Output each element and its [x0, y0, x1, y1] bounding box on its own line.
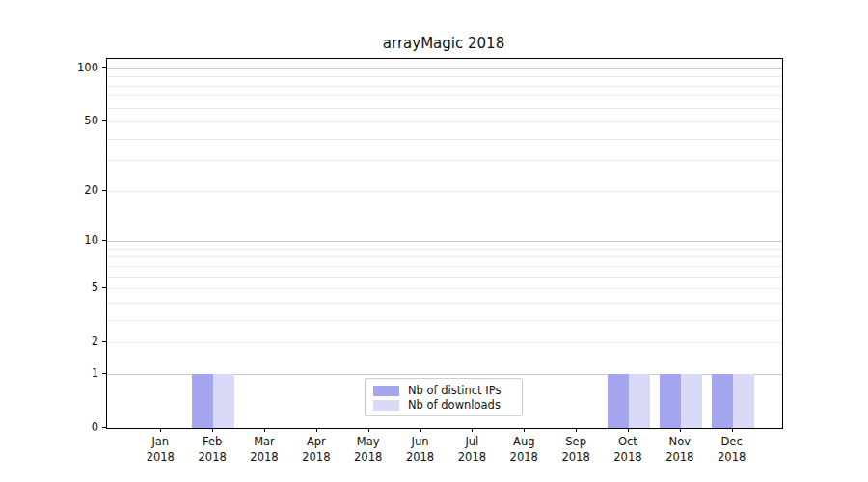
y-tick-label: 50 [60, 114, 98, 127]
x-tick [316, 428, 317, 432]
x-tick-label: Mar2018 [235, 434, 293, 465]
gridline-minor [107, 277, 782, 278]
x-tick-label-month: Feb [183, 434, 241, 449]
x-tick [160, 428, 161, 432]
gridline-minor [107, 108, 782, 109]
x-tick [576, 428, 577, 432]
legend: Nb of distinct IPsNb of downloads [365, 378, 523, 416]
legend-label: Nb of downloads [408, 398, 501, 412]
legend-item-distinct-ips: Nb of distinct IPs [373, 384, 514, 397]
x-tick-label-month: Dec [703, 434, 761, 449]
x-tick-label: Jun2018 [392, 434, 449, 465]
y-tick [102, 120, 106, 121]
bar-downloads-nov [681, 374, 702, 428]
x-tick-label-month: Sep [547, 434, 605, 449]
x-tick-label-year: 2018 [392, 449, 449, 465]
x-tick [524, 428, 525, 432]
bar-downloads-oct [629, 374, 650, 428]
x-tick [420, 428, 421, 432]
gridline-minor [107, 139, 782, 140]
x-tick-label-year: 2018 [547, 449, 605, 465]
x-tick-label-year: 2018 [131, 449, 189, 465]
x-tick-label-year: 2018 [287, 449, 345, 465]
x-tick-label-month: Nov [651, 434, 709, 449]
x-tick [264, 428, 265, 432]
chart-title: arrayMagic 2018 [106, 35, 781, 52]
bar-distinct-ips-nov [660, 374, 681, 428]
y-tick [102, 427, 106, 428]
gridline-minor [107, 303, 782, 304]
y-tick [102, 373, 106, 374]
y-tick-label: 1 [60, 366, 98, 380]
x-tick-label-month: Jan [131, 434, 189, 449]
x-tick-label-year: 2018 [495, 449, 553, 465]
x-tick-label-month: May [339, 434, 397, 449]
x-tick [212, 428, 213, 432]
x-tick-label-year: 2018 [599, 449, 657, 465]
legend-item-downloads: Nb of downloads [373, 398, 514, 412]
x-tick-label-month: Jun [392, 434, 449, 449]
y-tick [102, 287, 106, 288]
gridline-minor [107, 266, 782, 267]
x-tick-label: Jan2018 [131, 434, 189, 465]
legend-swatch [373, 400, 399, 411]
bar-distinct-ips-feb [192, 374, 213, 428]
x-tick [628, 428, 629, 432]
x-tick-label-year: 2018 [703, 449, 761, 465]
x-tick-label-year: 2018 [443, 449, 501, 465]
x-tick [680, 428, 681, 432]
x-tick-label: Oct2018 [599, 434, 657, 465]
x-tick [732, 428, 733, 432]
y-tick [102, 240, 106, 241]
y-tick-label: 5 [60, 281, 98, 294]
x-tick-label: Dec2018 [703, 434, 761, 465]
x-tick-label-year: 2018 [235, 449, 293, 465]
x-tick-label-month: Mar [235, 434, 293, 449]
x-tick-label-year: 2018 [183, 449, 241, 465]
bar-distinct-ips-oct [608, 374, 629, 428]
y-tick-label: 2 [60, 335, 98, 348]
bar-downloads-feb [213, 374, 234, 428]
y-tick-label: 20 [60, 183, 98, 197]
gridline-minor [107, 76, 782, 77]
y-tick [102, 341, 106, 342]
x-tick-label: May2018 [339, 434, 397, 465]
plot-area [106, 58, 783, 429]
x-tick-label-month: Aug [495, 434, 553, 449]
x-tick-label-month: Apr [287, 434, 345, 449]
x-tick-label: Feb2018 [183, 434, 241, 465]
x-tick [472, 428, 473, 432]
gridline-minor [107, 342, 782, 343]
x-tick-label-month: Jul [443, 434, 501, 449]
bar-downloads-dec [733, 374, 754, 428]
x-tick-label: Jul2018 [443, 434, 501, 465]
gridline-minor [107, 86, 782, 87]
chart-figure: arrayMagic 2018 0125102050100 Jan2018Feb… [0, 0, 868, 482]
gridline-minor [107, 121, 782, 122]
x-tick-label-year: 2018 [339, 449, 397, 465]
legend-swatch [373, 386, 399, 396]
x-tick-label: Aug2018 [495, 434, 553, 465]
gridline-minor [107, 160, 782, 161]
y-tick-label: 10 [60, 233, 98, 247]
gridline-major [107, 68, 782, 69]
x-tick-label: Apr2018 [287, 434, 345, 465]
y-tick [102, 67, 106, 68]
y-tick-label: 100 [60, 61, 98, 74]
y-tick [102, 190, 106, 191]
legend-label: Nb of distinct IPs [408, 384, 501, 397]
gridline-major [107, 241, 782, 242]
x-tick-label: Nov2018 [651, 434, 709, 465]
gridline-minor [107, 288, 782, 289]
gridline-minor [107, 249, 782, 250]
x-tick [368, 428, 369, 432]
gridline-minor [107, 256, 782, 257]
x-tick-label-month: Oct [599, 434, 657, 449]
gridline-minor [107, 320, 782, 321]
bar-distinct-ips-dec [712, 374, 733, 428]
x-tick-label-year: 2018 [651, 449, 709, 465]
y-tick-label: 0 [60, 420, 98, 434]
gridline-minor [107, 191, 782, 192]
x-tick-label: Sep2018 [547, 434, 605, 465]
gridline-minor [107, 95, 782, 96]
